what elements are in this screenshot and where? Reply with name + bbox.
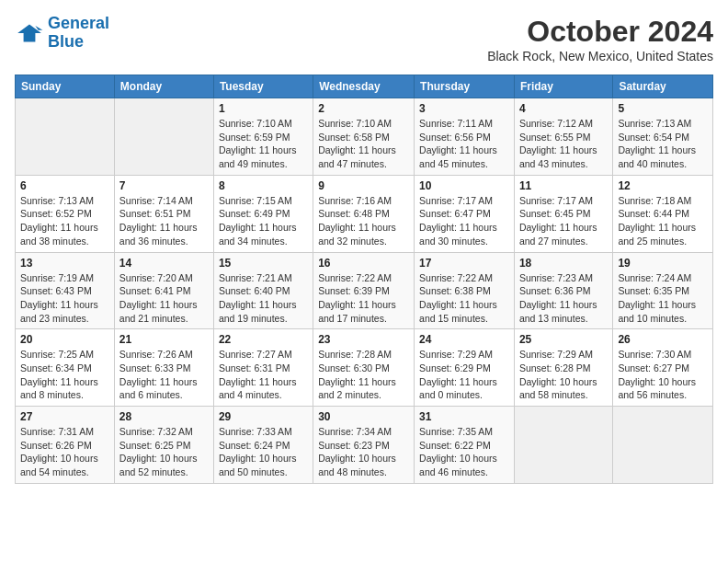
title-block: October 2024 Black Rock, New Mexico, Uni… [487, 15, 713, 63]
calendar-week-3: 13Sunrise: 7:19 AM Sunset: 6:43 PM Dayli… [16, 252, 713, 329]
day-info: Sunrise: 7:32 AM Sunset: 6:25 PM Dayligh… [119, 425, 209, 479]
calendar-cell: 26Sunrise: 7:30 AM Sunset: 6:27 PM Dayli… [613, 329, 713, 407]
calendar-cell: 29Sunrise: 7:33 AM Sunset: 6:24 PM Dayli… [213, 407, 313, 484]
calendar-cell: 6Sunrise: 7:13 AM Sunset: 6:52 PM Daylig… [16, 175, 115, 252]
calendar-cell [114, 98, 213, 176]
day-info: Sunrise: 7:29 AM Sunset: 6:28 PM Dayligh… [519, 348, 608, 402]
day-number: 22 [219, 333, 308, 346]
day-info: Sunrise: 7:35 AM Sunset: 6:22 PM Dayligh… [419, 425, 509, 479]
calendar-cell: 24Sunrise: 7:29 AM Sunset: 6:29 PM Dayli… [415, 329, 515, 407]
page-header: General Blue October 2024 Black Rock, Ne… [15, 15, 713, 63]
calendar-cell: 9Sunrise: 7:16 AM Sunset: 6:48 PM Daylig… [313, 175, 415, 252]
month-title: October 2024 [487, 15, 713, 49]
day-number: 27 [20, 410, 109, 423]
day-number: 29 [219, 410, 308, 423]
day-number: 19 [618, 257, 708, 270]
calendar-cell: 10Sunrise: 7:17 AM Sunset: 6:47 PM Dayli… [415, 175, 515, 252]
calendar-cell: 21Sunrise: 7:26 AM Sunset: 6:33 PM Dayli… [114, 329, 213, 407]
day-number: 9 [318, 179, 409, 192]
day-info: Sunrise: 7:30 AM Sunset: 6:27 PM Dayligh… [618, 348, 708, 402]
day-number: 10 [419, 179, 509, 192]
day-info: Sunrise: 7:14 AM Sunset: 6:51 PM Dayligh… [119, 194, 209, 248]
calendar-cell [16, 98, 115, 176]
calendar-cell: 27Sunrise: 7:31 AM Sunset: 6:26 PM Dayli… [16, 407, 115, 484]
day-info: Sunrise: 7:26 AM Sunset: 6:33 PM Dayligh… [119, 348, 209, 402]
column-header-saturday: Saturday [613, 75, 713, 98]
calendar-cell: 17Sunrise: 7:22 AM Sunset: 6:38 PM Dayli… [415, 252, 515, 329]
calendar-cell: 23Sunrise: 7:28 AM Sunset: 6:30 PM Dayli… [313, 329, 415, 407]
calendar-cell: 18Sunrise: 7:23 AM Sunset: 6:36 PM Dayli… [514, 252, 612, 329]
calendar-cell: 7Sunrise: 7:14 AM Sunset: 6:51 PM Daylig… [114, 175, 213, 252]
calendar-cell [613, 407, 713, 484]
day-number: 28 [119, 410, 209, 423]
calendar-cell: 22Sunrise: 7:27 AM Sunset: 6:31 PM Dayli… [213, 329, 313, 407]
day-info: Sunrise: 7:13 AM Sunset: 6:52 PM Dayligh… [20, 194, 109, 248]
calendar-cell: 2Sunrise: 7:10 AM Sunset: 6:58 PM Daylig… [313, 98, 415, 176]
calendar-cell [514, 407, 612, 484]
logo-icon [15, 18, 44, 48]
calendar-cell: 13Sunrise: 7:19 AM Sunset: 6:43 PM Dayli… [16, 252, 115, 329]
day-number: 13 [20, 257, 109, 270]
day-number: 16 [318, 257, 409, 270]
day-info: Sunrise: 7:18 AM Sunset: 6:44 PM Dayligh… [618, 194, 708, 248]
day-info: Sunrise: 7:10 AM Sunset: 6:59 PM Dayligh… [219, 117, 308, 171]
day-number: 5 [618, 102, 708, 115]
day-number: 30 [318, 410, 409, 423]
logo-text: General Blue [48, 15, 109, 52]
day-number: 31 [419, 410, 509, 423]
day-number: 11 [519, 179, 608, 192]
calendar-week-1: 1Sunrise: 7:10 AM Sunset: 6:59 PM Daylig… [16, 98, 713, 176]
calendar-cell: 16Sunrise: 7:22 AM Sunset: 6:39 PM Dayli… [313, 252, 415, 329]
column-header-wednesday: Wednesday [313, 75, 415, 98]
calendar-cell: 20Sunrise: 7:25 AM Sunset: 6:34 PM Dayli… [16, 329, 115, 407]
day-info: Sunrise: 7:17 AM Sunset: 6:47 PM Dayligh… [419, 194, 509, 248]
calendar-body: 1Sunrise: 7:10 AM Sunset: 6:59 PM Daylig… [16, 98, 713, 484]
day-number: 3 [419, 102, 509, 115]
day-info: Sunrise: 7:19 AM Sunset: 6:43 PM Dayligh… [20, 271, 109, 326]
calendar-cell: 15Sunrise: 7:21 AM Sunset: 6:40 PM Dayli… [213, 252, 313, 329]
day-number: 26 [618, 333, 708, 346]
calendar-cell: 8Sunrise: 7:15 AM Sunset: 6:49 PM Daylig… [213, 175, 313, 252]
day-info: Sunrise: 7:33 AM Sunset: 6:24 PM Dayligh… [219, 425, 308, 479]
calendar-cell: 19Sunrise: 7:24 AM Sunset: 6:35 PM Dayli… [613, 252, 713, 329]
day-number: 14 [119, 257, 209, 270]
calendar-week-5: 27Sunrise: 7:31 AM Sunset: 6:26 PM Dayli… [16, 407, 713, 484]
svg-marker-0 [17, 24, 41, 41]
calendar-cell: 30Sunrise: 7:34 AM Sunset: 6:23 PM Dayli… [313, 407, 415, 484]
day-number: 18 [519, 257, 608, 270]
day-info: Sunrise: 7:34 AM Sunset: 6:23 PM Dayligh… [318, 425, 409, 479]
day-number: 20 [20, 333, 109, 346]
day-info: Sunrise: 7:31 AM Sunset: 6:26 PM Dayligh… [20, 425, 109, 479]
day-info: Sunrise: 7:12 AM Sunset: 6:55 PM Dayligh… [519, 117, 608, 171]
calendar-cell: 25Sunrise: 7:29 AM Sunset: 6:28 PM Dayli… [514, 329, 612, 407]
day-number: 12 [618, 179, 708, 192]
day-info: Sunrise: 7:11 AM Sunset: 6:56 PM Dayligh… [419, 117, 509, 171]
calendar-cell: 3Sunrise: 7:11 AM Sunset: 6:56 PM Daylig… [415, 98, 515, 176]
day-info: Sunrise: 7:23 AM Sunset: 6:36 PM Dayligh… [519, 271, 608, 326]
column-header-sunday: Sunday [16, 75, 115, 98]
day-number: 7 [119, 179, 209, 192]
day-number: 8 [219, 179, 308, 192]
day-number: 2 [318, 102, 409, 115]
day-info: Sunrise: 7:25 AM Sunset: 6:34 PM Dayligh… [20, 348, 109, 402]
svg-marker-1 [35, 26, 42, 30]
calendar-cell: 11Sunrise: 7:17 AM Sunset: 6:45 PM Dayli… [514, 175, 612, 252]
day-info: Sunrise: 7:27 AM Sunset: 6:31 PM Dayligh… [219, 348, 308, 402]
day-info: Sunrise: 7:20 AM Sunset: 6:41 PM Dayligh… [119, 271, 209, 326]
calendar-cell: 1Sunrise: 7:10 AM Sunset: 6:59 PM Daylig… [213, 98, 313, 176]
location-title: Black Rock, New Mexico, United States [487, 49, 713, 63]
day-info: Sunrise: 7:21 AM Sunset: 6:40 PM Dayligh… [219, 271, 308, 326]
day-number: 24 [419, 333, 509, 346]
day-info: Sunrise: 7:15 AM Sunset: 6:49 PM Dayligh… [219, 194, 308, 248]
day-number: 6 [20, 179, 109, 192]
day-info: Sunrise: 7:10 AM Sunset: 6:58 PM Dayligh… [318, 117, 409, 171]
column-header-friday: Friday [514, 75, 612, 98]
calendar-header-row: SundayMondayTuesdayWednesdayThursdayFrid… [16, 75, 713, 98]
calendar-cell: 31Sunrise: 7:35 AM Sunset: 6:22 PM Dayli… [415, 407, 515, 484]
day-number: 21 [119, 333, 209, 346]
day-number: 23 [318, 333, 409, 346]
day-number: 15 [219, 257, 308, 270]
calendar-cell: 4Sunrise: 7:12 AM Sunset: 6:55 PM Daylig… [514, 98, 612, 176]
day-number: 25 [519, 333, 608, 346]
calendar-cell: 12Sunrise: 7:18 AM Sunset: 6:44 PM Dayli… [613, 175, 713, 252]
